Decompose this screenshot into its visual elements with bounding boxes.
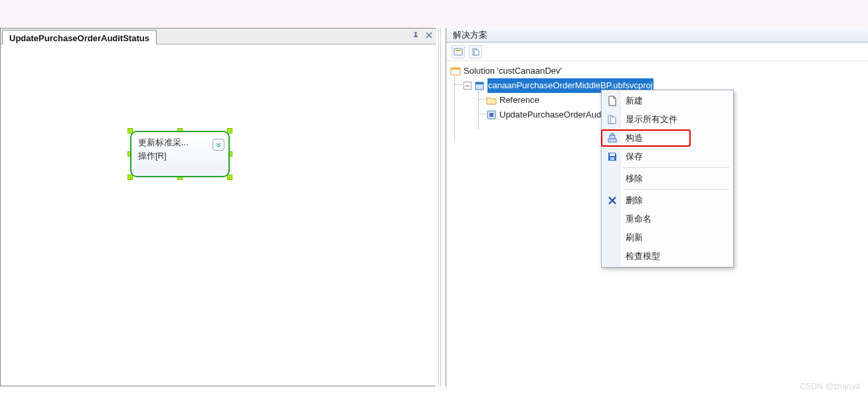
svg-rect-1: [456, 50, 461, 51]
menu-separator: [623, 167, 729, 168]
activity-title: 更新标准采...: [138, 136, 209, 149]
menu-label: 刷新: [626, 232, 643, 244]
show-all-files-icon: [606, 113, 619, 126]
blank-icon: [606, 231, 619, 244]
svg-rect-0: [454, 48, 462, 55]
solution-label: Solution 'custCanaanDev': [464, 64, 562, 78]
menu-item-show-all[interactable]: 显示所有文件: [603, 110, 732, 129]
menu-label: 保存: [626, 151, 643, 163]
tree-row-solution[interactable]: Solution 'custCanaanDev': [449, 64, 864, 78]
activity-node-selection: 更新标准采... 操作[R]: [130, 131, 230, 177]
delete-icon: [606, 194, 619, 207]
menu-label: 移除: [626, 173, 643, 185]
blank-icon: [606, 172, 619, 185]
panel-header: 解决方案: [446, 28, 868, 42]
svg-rect-8: [608, 139, 616, 142]
vertical-splitter[interactable]: [436, 28, 444, 386]
menu-item-remove[interactable]: 移除: [603, 169, 732, 188]
reference-label: Reference: [499, 93, 539, 108]
explorer-toolbar: [446, 42, 868, 61]
top-strip: [0, 0, 868, 28]
menu-item-build[interactable]: 构造: [603, 129, 732, 147]
menu-label: 构造: [626, 132, 643, 144]
pin-icon[interactable]: [410, 30, 421, 40]
tab-document[interactable]: UpdatePurchaseOrderAuditStatus: [2, 30, 157, 46]
show-all-files-icon[interactable]: [469, 45, 482, 58]
svg-rect-12: [610, 157, 614, 160]
blank-icon: [606, 250, 619, 263]
activity-subtitle: 操作[R]: [138, 149, 209, 163]
designer-pane: UpdatePurchaseOrderAuditStatus: [0, 28, 438, 386]
menu-item-delete[interactable]: 删除: [603, 191, 732, 210]
svg-rect-9: [610, 135, 615, 139]
menu-item-check-model[interactable]: 检查模型: [603, 247, 732, 266]
collapse-icon[interactable]: −: [464, 82, 472, 90]
tab-title: UpdatePurchaseOrderAuditStatus: [9, 32, 149, 45]
component-icon: [486, 110, 497, 120]
menu-separator: [623, 189, 729, 190]
solution-icon: [450, 66, 461, 76]
panel-title: 解决方案: [453, 29, 487, 41]
svg-rect-10: [611, 133, 614, 135]
menu-item-rename[interactable]: 重命名: [603, 210, 732, 228]
chevron-down-icon[interactable]: [213, 139, 224, 151]
menu-item-new[interactable]: 新建: [603, 92, 732, 110]
blank-icon: [606, 212, 619, 226]
new-file-icon: [606, 94, 619, 108]
menu-label: 显示所有文件: [626, 114, 677, 125]
close-icon[interactable]: [424, 30, 434, 40]
menu-item-save[interactable]: 保存: [603, 147, 732, 166]
activity-node[interactable]: 更新标准采... 操作[R]: [130, 131, 230, 177]
tab-bar: UpdatePurchaseOrderAuditStatus: [1, 29, 438, 44]
menu-label: 检查模型: [626, 250, 660, 262]
menu-label: 重命名: [626, 213, 651, 225]
properties-icon[interactable]: [452, 45, 465, 58]
menu-item-refresh[interactable]: 刷新: [603, 228, 732, 247]
context-menu: 新建 显示所有文件 构造 保存 移除: [601, 90, 734, 268]
menu-label: 新建: [626, 95, 643, 107]
save-icon: [606, 150, 619, 163]
svg-rect-11: [610, 153, 615, 156]
svg-rect-7: [489, 113, 493, 117]
folder-icon: [486, 95, 497, 106]
design-canvas[interactable]: 更新标准采... 操作[R]: [1, 44, 438, 386]
project-icon: [474, 80, 485, 91]
build-icon: [606, 131, 619, 145]
resize-handle[interactable]: [227, 175, 232, 180]
watermark: CSDN @zhanyd: [800, 382, 860, 391]
menu-label: 删除: [626, 195, 643, 206]
svg-rect-5: [476, 82, 483, 84]
svg-rect-3: [451, 68, 460, 70]
